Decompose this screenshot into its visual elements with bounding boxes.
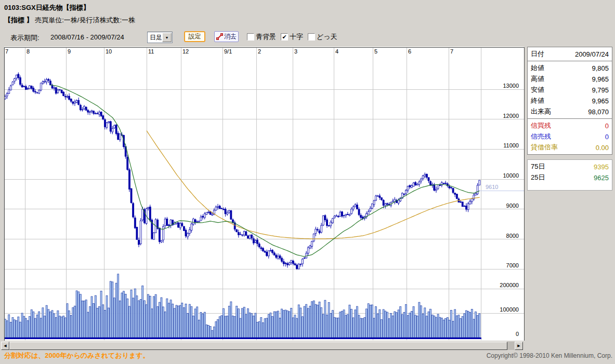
chart-canvas[interactable]: 7891011129/12345671300012000110001000090… — [0, 47, 525, 341]
svg-text:5: 5 — [374, 48, 377, 55]
svg-text:7000: 7000 — [506, 262, 519, 268]
margin-sell-value: 0 — [605, 133, 609, 141]
svg-text:0: 0 — [516, 331, 519, 337]
volume-value: 98,070 — [588, 108, 609, 116]
check-icon: ✔ — [282, 34, 286, 40]
open-row: 始値 9,805 — [528, 62, 612, 73]
copyright-text: Copyright© 1998-2010 Ken Millennium, Cor… — [487, 352, 612, 359]
margin-ratio-value: 0.00 — [596, 144, 609, 152]
close-label: 終値 — [531, 96, 544, 105]
checkbox-blue-background[interactable] — [247, 33, 254, 41]
svg-text:11: 11 — [148, 48, 154, 55]
scroll-right-icon: ▶ — [517, 344, 520, 348]
instrument-info: 【指標 】 売買単位:一株/発行済株式数:一株 — [4, 16, 135, 25]
ma75-value: 9395 — [594, 163, 609, 171]
split-adjustment-note: 分割対応は、2000年からのみされております。 — [4, 351, 150, 360]
ma25-row: 25日 9625 — [528, 172, 612, 183]
volume-row: 出来高 98,070 — [528, 106, 612, 117]
close-row: 終値 9,965 — [528, 95, 612, 106]
date-label: 日付 — [531, 49, 544, 59]
ma-section: 75日 9395 25日 9625 — [528, 160, 612, 184]
erase-button-label: 消去 — [224, 32, 237, 41]
scrollbar-track[interactable] — [507, 342, 515, 350]
low-value: 9,795 — [592, 86, 609, 94]
margin-sell-row: 信売残 0 — [528, 131, 612, 142]
volume-label: 出来高 — [531, 107, 551, 116]
date-value: 2009/07/24 — [575, 50, 609, 58]
svg-text:2: 2 — [258, 48, 261, 55]
page-title: 0103:SGX日経先物【指標】 — [4, 3, 90, 12]
scroll-left-icon: ◀ — [4, 344, 6, 348]
margin-buy-value: 0 — [605, 122, 609, 130]
settings-button-label: 設定 — [189, 32, 201, 41]
svg-text:4: 4 — [335, 48, 338, 55]
checkbox-dotten[interactable] — [308, 33, 315, 41]
open-value: 9,805 — [592, 64, 609, 72]
svg-text:200000: 200000 — [500, 282, 519, 288]
margin-buy-label: 信買残 — [531, 121, 551, 130]
scrollbar-thumb[interactable] — [9, 342, 507, 350]
svg-text:9/1: 9/1 — [224, 48, 232, 55]
trendline-erase-icon — [216, 33, 223, 40]
checkbox-crosshair-label: 十字 — [290, 32, 303, 42]
ma25-label: 25日 — [531, 173, 545, 182]
scroll-left-button[interactable]: ◀ — [1, 342, 9, 350]
dropdown-arrow-icon[interactable]: ▼ — [162, 33, 172, 42]
svg-text:12: 12 — [182, 48, 189, 55]
date-row: 日付 2009/07/24 — [528, 48, 612, 59]
erase-button[interactable]: 消去 — [214, 31, 239, 42]
low-row: 安値 9,795 — [528, 84, 612, 95]
low-label: 安値 — [531, 85, 544, 95]
settings-button[interactable]: 設定 — [184, 31, 205, 42]
high-label: 高値 — [531, 74, 544, 84]
svg-text:11000: 11000 — [503, 142, 519, 149]
svg-text:13000: 13000 — [503, 83, 519, 89]
svg-text:7: 7 — [5, 48, 8, 55]
svg-text:8: 8 — [27, 48, 30, 55]
interval-select[interactable]: 日足 ▼ — [147, 32, 173, 43]
ma75-row: 75日 9395 — [528, 161, 612, 172]
svg-text:12000: 12000 — [503, 113, 519, 119]
svg-text:7: 7 — [450, 48, 453, 55]
checkbox-dotten-label: どっ天 — [317, 32, 337, 42]
trading-unit-text: 売買単位:一株/発行済株式数:一株 — [35, 16, 135, 24]
svg-text:10000: 10000 — [503, 172, 519, 179]
svg-text:9: 9 — [68, 48, 71, 55]
period-value: 2008/07/16 - 2009/07/24 — [50, 33, 124, 41]
svg-text:6: 6 — [408, 48, 411, 55]
svg-text:3: 3 — [294, 48, 297, 55]
period-label: 表示期間: — [10, 33, 40, 43]
ma75-label: 75日 — [531, 162, 545, 171]
svg-text:100000: 100000 — [500, 306, 519, 313]
chart-options: 青背景 ✔ 十字 どっ天 — [247, 32, 342, 42]
svg-text:9000: 9000 — [506, 203, 519, 209]
close-value: 9,965 — [592, 97, 609, 105]
date-section: 日付 2009/07/24 — [528, 47, 612, 61]
margin-buy-row: 信買残 0 — [528, 120, 612, 131]
margin-ratio-label: 貸借倍率 — [531, 143, 558, 152]
checkbox-crosshair[interactable]: ✔ — [281, 33, 288, 41]
interval-selected-value: 日足 — [148, 33, 162, 42]
margin-ratio-row: 貸借倍率 0.00 — [528, 142, 612, 153]
high-row: 高値 9,965 — [528, 73, 612, 84]
open-label: 始値 — [531, 63, 544, 73]
chart-toolbar: 表示期間: 2008/07/16 - 2009/07/24 日足 ▼ 設定 消去… — [0, 30, 525, 44]
quote-box: 日付 2009/07/24 始値 9,805 高値 9,965 安値 9,795… — [527, 47, 612, 155]
ma25-value: 9625 — [594, 174, 609, 182]
margin-section: 信買残 0 信売残 0 貸借倍率 0.00 — [528, 118, 612, 154]
chart-horizontal-scrollbar[interactable]: ◀ ▶ — [1, 342, 523, 350]
svg-text:10: 10 — [106, 48, 112, 55]
price-volume-chart[interactable]: 7891011129/12345671300012000110001000090… — [0, 47, 525, 341]
high-value: 9,965 — [592, 75, 609, 83]
indicator-tag: 【指標 】 — [4, 16, 33, 24]
ohlcv-section: 始値 9,805 高値 9,965 安値 9,795 終値 9,965 出来高 … — [528, 61, 612, 118]
checkbox-blue-background-label: 青背景 — [256, 32, 276, 42]
quote-panel: 日付 2009/07/24 始値 9,805 高値 9,965 安値 9,795… — [527, 47, 612, 191]
margin-sell-label: 信売残 — [531, 132, 551, 141]
svg-text:9610: 9610 — [486, 184, 498, 190]
scroll-right-button[interactable]: ▶ — [515, 342, 523, 350]
svg-text:8000: 8000 — [506, 233, 519, 239]
ma-box: 75日 9395 25日 9625 — [527, 159, 612, 191]
